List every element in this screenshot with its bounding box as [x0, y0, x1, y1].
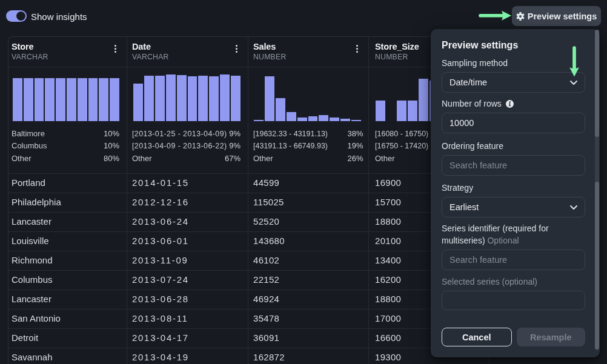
- text-input[interactable]: [449, 160, 577, 170]
- column-header-Date: DateVARCHAR: [127, 37, 248, 67]
- optional-tag: Optional: [485, 236, 519, 245]
- histogram-bar: [265, 76, 274, 121]
- histogram-bar: [198, 76, 208, 121]
- table-cell: Lancaster: [8, 290, 127, 309]
- column-type: VARCHAR: [132, 53, 248, 62]
- top-value-label: Other: [375, 153, 395, 165]
- histogram-bar: [13, 78, 22, 121]
- histogram: [133, 74, 240, 121]
- histogram-bar: [308, 116, 318, 121]
- select-sampling-method[interactable]: Date/time: [442, 72, 585, 93]
- histogram-bar: [419, 79, 428, 121]
- table-cell: 143680: [248, 232, 368, 251]
- table-cell: 36091: [248, 329, 368, 348]
- top-value-row: Other26%: [253, 153, 363, 165]
- column-header-Sales: SalesNUMBER: [248, 37, 368, 67]
- input-selected-series-optional[interactable]: [442, 291, 585, 310]
- cancel-button[interactable]: Cancel: [442, 328, 512, 346]
- table-cell: 115025: [248, 193, 368, 212]
- column-type: NUMBER: [253, 53, 368, 62]
- panel-scrollbar-thumb-lower[interactable]: [595, 182, 599, 349]
- select-strategy[interactable]: Earliest: [442, 197, 585, 217]
- histogram-bar: [231, 76, 240, 121]
- histogram-bar: [177, 75, 187, 121]
- top-value-label: [2013-01-25 - 2013-04-09): [132, 128, 227, 140]
- column-menu-icon[interactable]: [114, 45, 116, 53]
- histogram-bar: [376, 101, 385, 121]
- top-value-row: [2013-04-09 - 2013-06-22)9%: [132, 140, 240, 152]
- histogram-bar: [88, 78, 98, 121]
- table-cell: 2013-07-24: [127, 271, 248, 290]
- gear-icon: [516, 12, 525, 21]
- input-number-of-rows[interactable]: [442, 113, 585, 133]
- table-cell: 46924: [248, 290, 368, 309]
- histogram-bar: [56, 78, 65, 121]
- preview-settings-button[interactable]: Preview settings: [512, 6, 601, 26]
- top-values: Baltimore10%Columbus10%Other80%: [8, 128, 127, 165]
- top-value-row: [19632.33 - 43191.13)38%: [253, 128, 363, 140]
- top-value-percent: 19%: [347, 140, 363, 152]
- table-cell: 162872: [248, 348, 368, 364]
- top-value-percent: 10%: [104, 140, 119, 152]
- histogram-bar: [297, 117, 307, 121]
- text-input[interactable]: [449, 255, 577, 265]
- top-value-percent: 80%: [104, 153, 119, 165]
- top-value-percent: 67%: [225, 153, 240, 165]
- column-menu-icon[interactable]: [356, 45, 358, 53]
- top-value-percent: 10%: [104, 128, 119, 140]
- top-value-percent: 9%: [229, 140, 240, 152]
- histogram-bar: [319, 115, 328, 121]
- top-value-percent: 9%: [229, 128, 240, 140]
- top-value-row: Other67%: [132, 153, 240, 165]
- column-name: Sales: [253, 42, 368, 52]
- panel-scrollbar-thumb[interactable]: [595, 30, 599, 137]
- table-cell: 2013-11-09: [127, 251, 248, 270]
- select-value: Earliest: [449, 202, 479, 212]
- table-cell: Lancaster: [8, 213, 127, 231]
- table-cell: 2012-12-16: [127, 193, 248, 212]
- table-cell: Detroit: [8, 329, 127, 348]
- histogram-bar: [330, 117, 339, 121]
- histogram-bar: [209, 76, 219, 121]
- top-value-row: Other80%: [12, 153, 119, 165]
- top-values: [19632.33 - 43191.13)38%[43191.13 - 6674…: [248, 128, 368, 165]
- histogram-bar: [287, 112, 296, 121]
- text-input[interactable]: [449, 296, 577, 305]
- field-label: Ordering feature: [442, 140, 585, 152]
- chevron-down-icon: [570, 81, 577, 85]
- histogram-bar: [188, 76, 197, 121]
- top-value-percent: 26%: [347, 153, 363, 165]
- input-ordering-feature[interactable]: [442, 155, 585, 176]
- top-value-percent: 38%: [347, 128, 363, 140]
- histogram-bar: [340, 119, 350, 121]
- top-value-label: [19632.33 - 43191.13): [253, 128, 328, 140]
- table-cell: Portland: [8, 174, 127, 193]
- input-series-identifier-required-for-multiseries[interactable]: [442, 250, 585, 270]
- top-value-label: Other: [253, 153, 273, 165]
- text-input[interactable]: [449, 118, 577, 128]
- top-value-label: Other: [12, 153, 32, 165]
- top-values: [2013-01-25 - 2013-04-09)9%[2013-04-09 -…: [127, 128, 248, 165]
- table-cell: 2014-01-15: [127, 174, 248, 193]
- panel-content: Preview settings Sampling methodDate/tim…: [442, 39, 585, 346]
- preview-settings-label: Preview settings: [528, 12, 597, 21]
- table-cell: Columbus: [8, 271, 127, 290]
- table-cell: Philadelphia: [8, 193, 127, 212]
- column-type: VARCHAR: [12, 53, 127, 62]
- panel-title: Preview settings: [442, 39, 585, 52]
- panel-actions: Cancel Resample: [442, 328, 585, 346]
- histogram-bar: [254, 120, 264, 121]
- histogram-bar: [144, 76, 154, 121]
- top-value-row: [2013-01-25 - 2013-04-09)9%: [132, 128, 240, 140]
- resample-button[interactable]: Resample: [517, 328, 586, 346]
- top-value-label: [2013-04-09 - 2013-06-22): [132, 140, 227, 152]
- table-cell: Louisville: [8, 232, 127, 251]
- top-value-row: Baltimore10%: [12, 128, 119, 140]
- table-cell: 2013-06-28: [127, 290, 248, 309]
- show-insights-toggle[interactable]: [6, 10, 27, 22]
- histogram-bar: [24, 78, 33, 121]
- table-cell: 2013-04-17: [127, 329, 248, 348]
- column-menu-icon[interactable]: [236, 45, 237, 53]
- table-cell: Richmond: [8, 251, 127, 270]
- histogram: [254, 76, 361, 121]
